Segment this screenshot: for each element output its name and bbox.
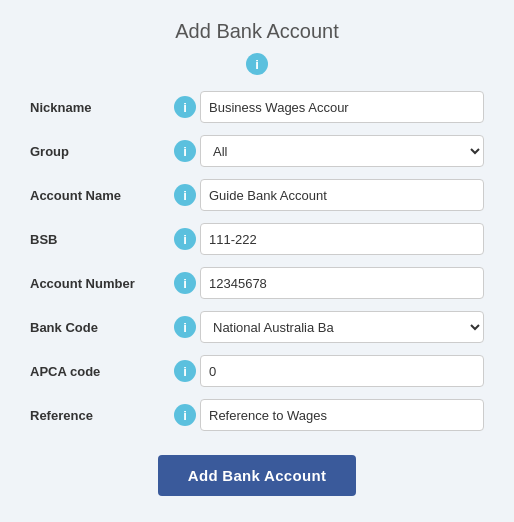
group-select[interactable]: All Default Custom bbox=[200, 135, 484, 167]
group-row: Group i All Default Custom bbox=[30, 135, 484, 167]
bank-code-info-wrapper: i bbox=[170, 316, 200, 338]
bsb-info-wrapper: i bbox=[170, 228, 200, 250]
add-bank-account-button[interactable]: Add Bank Account bbox=[158, 455, 356, 496]
account-number-info-icon[interactable]: i bbox=[174, 272, 196, 294]
apca-code-input[interactable] bbox=[200, 355, 484, 387]
bank-code-select[interactable]: National Australia Ba Commonwealth Bank … bbox=[200, 311, 484, 343]
nickname-row: Nickname i bbox=[30, 91, 484, 123]
bank-code-info-icon[interactable]: i bbox=[174, 316, 196, 338]
top-info-icon[interactable]: i bbox=[246, 53, 268, 75]
reference-row: Reference i bbox=[30, 399, 484, 431]
account-number-label: Account Number bbox=[30, 276, 170, 291]
account-name-info-wrapper: i bbox=[170, 184, 200, 206]
account-name-input[interactable] bbox=[200, 179, 484, 211]
bsb-input[interactable] bbox=[200, 223, 484, 255]
account-number-row: Account Number i bbox=[30, 267, 484, 299]
nickname-info-wrapper: i bbox=[170, 96, 200, 118]
reference-input[interactable] bbox=[200, 399, 484, 431]
bsb-row: BSB i bbox=[30, 223, 484, 255]
group-label: Group bbox=[30, 144, 170, 159]
apca-code-info-wrapper: i bbox=[170, 360, 200, 382]
group-info-wrapper: i bbox=[170, 140, 200, 162]
nickname-input[interactable] bbox=[200, 91, 484, 123]
bsb-label: BSB bbox=[30, 232, 170, 247]
bank-code-row: Bank Code i National Australia Ba Common… bbox=[30, 311, 484, 343]
account-number-input[interactable] bbox=[200, 267, 484, 299]
page-title: Add Bank Account bbox=[30, 20, 484, 43]
nickname-info-icon[interactable]: i bbox=[174, 96, 196, 118]
reference-info-wrapper: i bbox=[170, 404, 200, 426]
apca-code-row: APCA code i bbox=[30, 355, 484, 387]
account-name-row: Account Name i bbox=[30, 179, 484, 211]
nickname-label: Nickname bbox=[30, 100, 170, 115]
page-container: Add Bank Account i Nickname i Group i Al… bbox=[0, 0, 514, 522]
account-name-label: Account Name bbox=[30, 188, 170, 203]
reference-label: Reference bbox=[30, 408, 170, 423]
bsb-info-icon[interactable]: i bbox=[174, 228, 196, 250]
top-info-icon-wrapper: i bbox=[30, 53, 484, 75]
reference-info-icon[interactable]: i bbox=[174, 404, 196, 426]
apca-code-info-icon[interactable]: i bbox=[174, 360, 196, 382]
bank-code-label: Bank Code bbox=[30, 320, 170, 335]
account-name-info-icon[interactable]: i bbox=[174, 184, 196, 206]
group-info-icon[interactable]: i bbox=[174, 140, 196, 162]
apca-code-label: APCA code bbox=[30, 364, 170, 379]
account-number-info-wrapper: i bbox=[170, 272, 200, 294]
